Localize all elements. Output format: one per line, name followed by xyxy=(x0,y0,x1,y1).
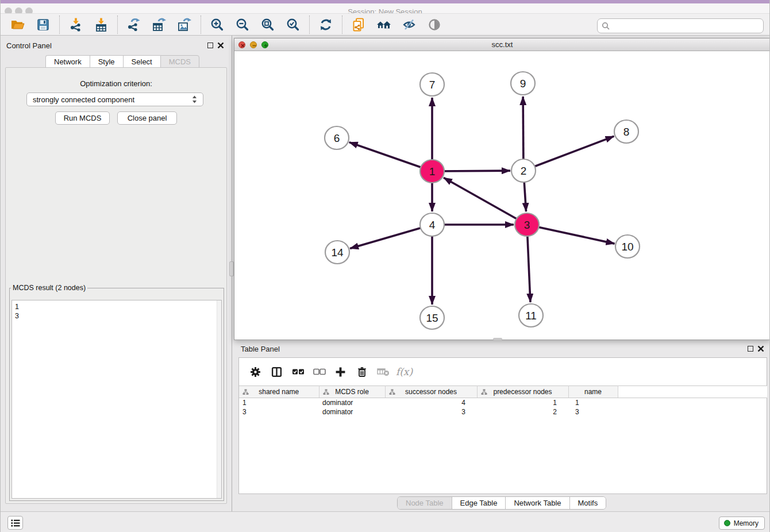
table-settings-button[interactable] xyxy=(245,363,266,380)
graph-node-11[interactable]: 11 xyxy=(519,304,543,327)
search-field[interactable] xyxy=(597,18,764,33)
column-header-name[interactable]: name xyxy=(568,386,618,398)
table-row-1[interactable]: 1dominator411 xyxy=(239,398,767,407)
column-header-successor-nodes[interactable]: successor nodes xyxy=(385,386,477,398)
tab-edge-table[interactable]: Edge Table xyxy=(452,497,506,509)
save-session-button[interactable] xyxy=(30,16,56,34)
list-icon xyxy=(11,519,20,527)
column-header-shared-name[interactable]: shared name xyxy=(239,386,319,398)
export-table-icon xyxy=(152,17,167,32)
network-minimize-button[interactable] xyxy=(250,41,257,48)
node-table[interactable]: shared nameMCDS rolesuccessor nodesprede… xyxy=(239,385,767,417)
run-mcds-button[interactable]: Run MCDS xyxy=(55,111,110,125)
graph-node-3[interactable]: 3 xyxy=(515,213,539,236)
tab-motifs[interactable]: Motifs xyxy=(570,497,606,509)
home-pair-icon xyxy=(376,17,392,32)
cell-predecessor-nodes[interactable]: 1 xyxy=(477,398,568,407)
export-network-button[interactable] xyxy=(121,16,147,34)
graph-node-10[interactable]: 10 xyxy=(615,235,640,258)
hide-graphics-details-button[interactable] xyxy=(396,16,422,34)
graph-node-4[interactable]: 4 xyxy=(420,213,444,236)
column-layout-button[interactable] xyxy=(266,363,287,380)
graph-edge-3-10[interactable] xyxy=(527,225,615,244)
network-window-titlebar[interactable]: scc.txt xyxy=(234,38,770,51)
graph-node-6[interactable]: 6 xyxy=(325,126,349,149)
select-all-rows-button[interactable] xyxy=(287,363,309,380)
table-panel-float-button[interactable] xyxy=(748,346,753,352)
toolbar-separator xyxy=(117,16,118,34)
cell-shared-name[interactable]: 3 xyxy=(239,407,319,417)
graph-edge-4-14[interactable] xyxy=(350,225,432,249)
mcds-result-group: MCDS result (2 nodes) 1 3 xyxy=(9,284,224,501)
control-panel-close-button[interactable] xyxy=(217,42,224,49)
export-table-button[interactable] xyxy=(147,16,172,34)
function-builder-button[interactable]: f(x) xyxy=(394,363,415,380)
tab-style[interactable]: Style xyxy=(90,55,123,68)
deselect-all-rows-button[interactable] xyxy=(309,363,330,380)
memory-button[interactable]: Memory xyxy=(719,516,765,530)
cell-successor-nodes[interactable]: 3 xyxy=(385,407,477,417)
graph-node-7[interactable]: 7 xyxy=(420,73,444,96)
zoom-out-button[interactable] xyxy=(230,16,255,34)
task-history-button[interactable] xyxy=(7,516,23,530)
svg-text:7: 7 xyxy=(429,79,436,91)
graph-node-1[interactable]: 1 xyxy=(420,160,444,183)
delete-table-button[interactable] xyxy=(372,363,394,380)
panel-divider-grip[interactable] xyxy=(229,261,234,276)
table-panel-close-button[interactable] xyxy=(757,345,764,352)
network-graph-canvas[interactable]: 7968124314101511 xyxy=(234,51,770,341)
graph-edge-2-8[interactable] xyxy=(523,136,614,171)
cell-name[interactable]: 1 xyxy=(568,398,618,407)
delete-columns-button[interactable] xyxy=(351,363,372,380)
tab-node-table[interactable]: Node Table xyxy=(398,497,452,509)
criterion-dropdown[interactable]: strongly connected component xyxy=(26,92,203,106)
import-table-button[interactable] xyxy=(88,16,114,34)
graph-node-15[interactable]: 15 xyxy=(420,306,444,329)
home-views-button[interactable] xyxy=(371,16,396,34)
show-graphics-details-button[interactable] xyxy=(422,16,447,34)
refresh-icon xyxy=(318,17,333,32)
graph-node-9[interactable]: 9 xyxy=(511,72,535,95)
control-panel-title: Control Panel xyxy=(6,41,52,50)
close-panel-button[interactable]: Close panel xyxy=(117,111,177,125)
graph-edge-3-1[interactable] xyxy=(444,178,527,225)
table-panel-tabs: Node Table Edge Table Network Table Moti… xyxy=(397,496,606,510)
cell-MCDS-role[interactable]: dominator xyxy=(319,407,385,417)
tab-network-table[interactable]: Network Table xyxy=(506,497,569,509)
import-network-button[interactable] xyxy=(63,16,88,34)
graph-node-14[interactable]: 14 xyxy=(325,241,349,264)
network-close-button[interactable] xyxy=(238,41,245,48)
cell-name[interactable]: 3 xyxy=(568,407,618,417)
export-image-button[interactable] xyxy=(172,16,197,34)
cell-predecessor-nodes[interactable]: 2 xyxy=(477,407,568,417)
cell-successor-nodes[interactable]: 4 xyxy=(385,398,477,407)
zoom-selected-button[interactable] xyxy=(280,16,306,34)
duplicate-network-button[interactable] xyxy=(346,16,371,34)
mcds-result-list[interactable]: 1 3 xyxy=(11,300,222,499)
search-input[interactable] xyxy=(613,22,759,30)
add-column-button[interactable] xyxy=(330,363,351,380)
graph-node-2[interactable]: 2 xyxy=(511,159,536,182)
network-zoom-button[interactable] xyxy=(261,41,268,48)
tab-network[interactable]: Network xyxy=(45,55,90,68)
node-table-body[interactable]: 1dominator4113dominator323 xyxy=(239,398,767,417)
zoom-in-button[interactable] xyxy=(205,16,230,34)
node-table-header[interactable]: shared nameMCDS rolesuccessor nodesprede… xyxy=(239,386,767,398)
graph-edge-1-6[interactable] xyxy=(349,142,432,171)
open-file-button[interactable] xyxy=(5,16,30,34)
svg-text:8: 8 xyxy=(623,126,630,138)
toolbar-separator xyxy=(59,16,60,34)
table-row-2[interactable]: 3dominator323 xyxy=(239,407,767,417)
network-window-grip[interactable] xyxy=(493,338,502,340)
tab-select[interactable]: Select xyxy=(123,55,160,68)
column-header-predecessor-nodes[interactable]: predecessor nodes xyxy=(477,386,568,398)
tab-mcds[interactable]: MCDS xyxy=(160,55,199,68)
export-image-icon xyxy=(177,17,192,32)
refresh-layout-button[interactable] xyxy=(313,16,338,34)
control-panel-float-button[interactable] xyxy=(207,43,213,48)
cell-shared-name[interactable]: 1 xyxy=(239,398,319,407)
column-header-MCDS-role[interactable]: MCDS role xyxy=(319,386,385,398)
zoom-fit-button[interactable] xyxy=(255,16,280,34)
graph-node-8[interactable]: 8 xyxy=(614,120,638,143)
cell-MCDS-role[interactable]: dominator xyxy=(319,398,385,407)
